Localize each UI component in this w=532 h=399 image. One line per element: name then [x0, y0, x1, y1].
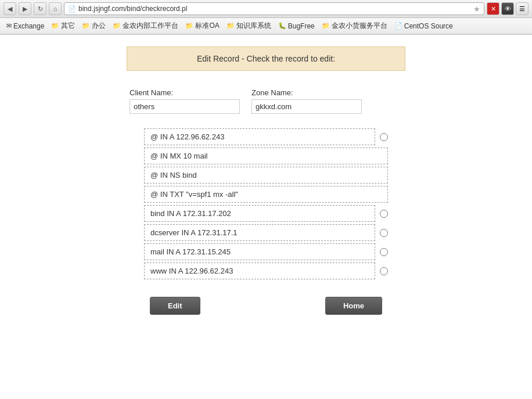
browser-actions: ✕ 👁 ☰ [487, 2, 529, 15]
client-name-label: Client Name: [130, 88, 240, 97]
bookmark-exchange[interactable]: ✉ Exchange [3, 21, 47, 31]
back-button[interactable]: ◀ [3, 2, 16, 15]
record-box: @ IN MX 10 mail [144, 148, 388, 164]
record-box: @ IN TXT "v=spf1 mx -all" [144, 186, 388, 203]
bookmark-qita-label: 其它 [61, 21, 75, 31]
browser-chrome: ◀ ▶ ↻ ⌂ 📄 bind.jsjngf.com/bind/checkreco… [0, 0, 532, 35]
record-text: @ IN MX 10 mail [150, 152, 207, 160]
record-text: @ IN NS bind [150, 171, 197, 179]
record-row: mail IN A 172.31.15.245 [144, 243, 388, 260]
forward-button[interactable]: ▶ [19, 2, 31, 15]
edit-button[interactable]: Edit [150, 297, 200, 315]
bookmark-jinnong[interactable]: 📁 金农内部工作平台 [110, 20, 181, 32]
record-radio[interactable] [380, 229, 388, 237]
page-title: Edit Record - Check the record to edit: [197, 54, 335, 63]
office-icon: 📁 [82, 22, 90, 30]
record-text: dcserver IN A 172.31.17.1 [150, 228, 238, 237]
bookmark-knowledge-label: 知识库系统 [236, 21, 271, 31]
record-box: dcserver IN A 172.31.17.1 [144, 224, 375, 241]
bookmark-service[interactable]: 📁 金农小货服务平台 [319, 20, 390, 32]
record-radio[interactable] [380, 248, 388, 256]
bookmarks-bar: ✉ Exchange 📁 其它 📁 办公 📁 金农内部工作平台 📁 标准OA 📁… [0, 18, 532, 34]
record-text: mail IN A 172.31.15.245 [150, 247, 231, 256]
record-text: bind IN A 172.31.17.202 [150, 209, 231, 218]
buttons-section: Edit Home [144, 297, 388, 315]
qita-icon: 📁 [51, 22, 59, 30]
record-box: bind IN A 172.31.17.202 [144, 205, 375, 222]
address-bar[interactable]: 📄 bind.jsjngf.com/bind/checkrecord.pl ★ [64, 2, 484, 15]
address-page-icon: 📄 [68, 5, 76, 13]
bookmark-bugfree-label: BugFree [288, 22, 315, 30]
jinnong-icon: 📁 [113, 22, 121, 30]
record-row: @ IN MX 10 mail [144, 148, 388, 164]
record-radio[interactable] [380, 133, 388, 141]
record-row: dcserver IN A 172.31.17.1 [144, 224, 388, 241]
page-content: Edit Record - Check the record to edit: … [0, 35, 532, 326]
record-radio[interactable] [380, 267, 388, 275]
form-section: Client Name: Zone Name: [127, 88, 405, 114]
record-box: @ IN A 122.96.62.243 [144, 128, 375, 145]
glasses-button[interactable]: 👁 [501, 2, 514, 15]
oa-icon: 📁 [185, 22, 193, 30]
bookmark-exchange-label: Exchange [13, 22, 44, 30]
bugfree-icon: 🐛 [278, 22, 286, 30]
centos-icon: 📄 [394, 22, 402, 30]
record-text: @ IN A 122.96.62.243 [150, 132, 224, 141]
browser-toolbar: ◀ ▶ ↻ ⌂ 📄 bind.jsjngf.com/bind/checkreco… [0, 0, 532, 18]
page-header: Edit Record - Check the record to edit: [127, 46, 405, 71]
bookmark-centos-label: CentOS Source [404, 22, 453, 30]
client-name-input[interactable] [130, 99, 240, 114]
menu-button[interactable]: ☰ [516, 2, 529, 15]
record-row: bind IN A 172.31.17.202 [144, 205, 388, 222]
bookmark-qita[interactable]: 📁 其它 [48, 20, 78, 32]
exchange-icon: ✉ [6, 22, 12, 30]
records-section: @ IN A 122.96.62.243 @ IN MX 10 mail @ I… [144, 128, 388, 279]
bookmark-oa-label: 标准OA [195, 21, 219, 31]
bookmark-bugfree[interactable]: 🐛 BugFree [275, 21, 318, 31]
record-row: www IN A 122.96.62.243 [144, 263, 388, 279]
bookmark-service-label: 金农小货服务平台 [332, 21, 387, 31]
bookmark-star-icon[interactable]: ★ [473, 5, 480, 13]
refresh-button[interactable]: ↻ [34, 2, 46, 15]
service-icon: 📁 [322, 22, 330, 30]
record-box: mail IN A 172.31.15.245 [144, 243, 375, 260]
bookmark-jinnong-label: 金农内部工作平台 [123, 21, 178, 31]
record-row: @ IN TXT "v=spf1 mx -all" [144, 186, 388, 203]
bookmark-office[interactable]: 📁 办公 [79, 20, 109, 32]
knowledge-icon: 📁 [227, 22, 235, 30]
record-text: @ IN TXT "v=spf1 mx -all" [150, 190, 238, 199]
record-row: @ IN NS bind [144, 167, 388, 184]
bookmark-knowledge[interactable]: 📁 知识库系统 [224, 20, 274, 32]
zone-name-input[interactable] [251, 99, 362, 114]
record-row: @ IN A 122.96.62.243 [144, 128, 388, 145]
home-button[interactable]: ⌂ [49, 2, 62, 15]
zone-name-label: Zone Name: [251, 88, 362, 97]
record-text: www IN A 122.96.62.243 [150, 267, 233, 275]
bookmark-centos[interactable]: 📄 CentOS Source [391, 21, 456, 31]
stop-button[interactable]: ✕ [487, 2, 499, 15]
home-button[interactable]: Home [325, 297, 382, 315]
record-radio[interactable] [380, 210, 388, 218]
record-box: www IN A 122.96.62.243 [144, 263, 375, 279]
bookmark-office-label: 办公 [92, 21, 106, 31]
zone-name-group: Zone Name: [251, 88, 362, 114]
record-box: @ IN NS bind [144, 167, 388, 184]
bookmark-oa[interactable]: 📁 标准OA [182, 20, 222, 32]
client-name-group: Client Name: [130, 88, 240, 114]
address-text: bind.jsjngf.com/bind/checkrecord.pl [78, 5, 471, 13]
